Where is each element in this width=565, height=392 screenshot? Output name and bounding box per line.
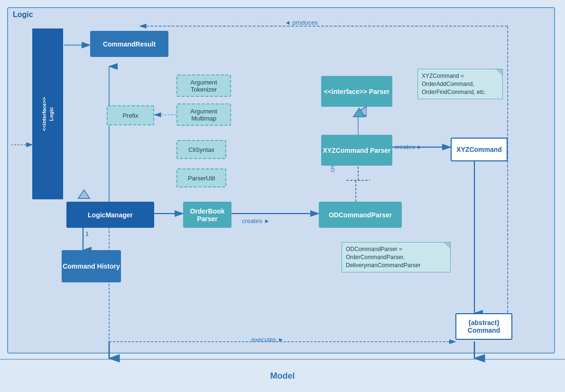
logic-label: Logic [13, 10, 33, 19]
svg-marker-33 [78, 190, 90, 198]
xyz-command-parser-box: XYZCommand Parser [321, 135, 392, 166]
order-book-parser-box: OrderBook Parser [183, 202, 232, 228]
argument-multimap-box: Argument Multimap [176, 103, 231, 126]
od-note-box: ODCommandParser = OrderCommandParser, De… [342, 242, 451, 272]
command-result-box: CommandResult [90, 31, 168, 57]
cli-syntax-box: CliSyntax [176, 140, 226, 159]
logic-manager-box: LogicManager [66, 202, 154, 228]
creates-label-1: creates ► [242, 217, 270, 224]
od-command-parser-box: ODCommandParser [319, 202, 402, 228]
produces-label: ◄ produces [285, 19, 318, 26]
xyz-command-box: XYZCommand [451, 138, 508, 161]
executes-label: executes ► [251, 336, 284, 343]
one-label-1: 1 [85, 230, 89, 237]
logic-inherit-triangle [77, 189, 91, 201]
parser-interface-box: <<interface>> Parser [321, 76, 392, 107]
command-history-box: Command History [62, 250, 121, 282]
parser-inherit-triangle [352, 107, 366, 120]
model-label: Model [270, 371, 295, 381]
prefix-box: Prefix [107, 105, 154, 125]
xyz-note-box: XYZCommand = OrderAddCommand, OrderFindC… [417, 69, 503, 99]
logic-area: Logic [7, 7, 555, 354]
abstract-command-box: {abstract} Command [455, 313, 512, 340]
external-arrow [9, 140, 37, 149]
parser-util-box: ParserUtil [176, 168, 226, 187]
creates-label-3: creates ► [395, 143, 423, 150]
argument-tokenizer-box: Argument Tokenizer [176, 75, 231, 97]
diagram-container: Logic Model [0, 0, 565, 392]
svg-marker-34 [353, 108, 365, 117]
logic-interface-box: <<interface>>Logic [32, 28, 63, 199]
model-area: Model [0, 359, 565, 392]
